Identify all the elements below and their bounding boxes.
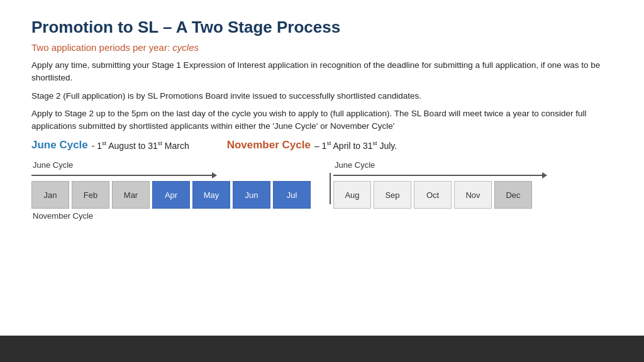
subtitle-text: Two application periods per year: (31, 42, 172, 53)
calendar-right: June Cycle Aug Sep Oct Nov Dec (333, 160, 547, 209)
cycles-row: June Cycle - 1st August to 31st March No… (31, 139, 613, 151)
nov-cycle-label: November Cycle (33, 211, 93, 221)
right-arrow-head (542, 172, 547, 178)
calendar-left-label: June Cycle (33, 160, 73, 170)
months-right-row: Aug Sep Oct Nov Dec (333, 181, 532, 209)
month-sep: Sep (374, 181, 411, 209)
november-cycle-label: November Cycle (227, 139, 311, 151)
month-jun: Jun (233, 181, 270, 209)
right-arrow (333, 172, 547, 178)
month-oct: Oct (414, 181, 452, 209)
calendar-section: June Cycle Jan Feb Mar Apr May Jun Jul N… (31, 160, 613, 221)
month-may: May (192, 181, 230, 209)
month-apr: Apr (152, 181, 190, 209)
june-cycle-label: June Cycle (31, 139, 88, 151)
vert-line (330, 173, 331, 204)
right-arrow-line (333, 175, 542, 176)
footer-bar (0, 336, 644, 362)
calendar-right-label: June Cycle (335, 160, 375, 170)
calendar-left: June Cycle Jan Feb Mar Apr May Jun Jul N… (31, 160, 311, 221)
month-jul: Jul (273, 181, 311, 209)
paragraph-2: Stage 2 (Full application) is by SL Prom… (31, 90, 613, 102)
content-area: Promotion to SL – A Two Stage Process Tw… (0, 0, 644, 336)
months-left-row: Jan Feb Mar Apr May Jun Jul (31, 181, 311, 209)
paragraph-1: Apply any time, submitting your Stage 1 … (31, 59, 613, 85)
month-feb: Feb (72, 181, 109, 209)
june-cycle-dates: - 1st August to 31st March (92, 140, 189, 151)
vertical-divider (330, 160, 331, 204)
subtitle: Two application periods per year: cycles (31, 42, 613, 53)
left-arrow (31, 172, 217, 178)
month-nov: Nov (454, 181, 492, 209)
month-aug: Aug (333, 181, 371, 209)
left-arrow-head (212, 172, 217, 178)
month-jan: Jan (31, 181, 69, 209)
page-title: Promotion to SL – A Two Stage Process (31, 18, 613, 37)
left-arrow-line (31, 175, 212, 176)
month-mar: Mar (112, 181, 150, 209)
paragraph-3: Apply to Stage 2 up to the 5pm on the la… (31, 107, 613, 133)
month-dec: Dec (494, 181, 532, 209)
subtitle-italic: cycles (172, 42, 199, 53)
november-cycle-dates: – 1st April to 31st July. (314, 140, 397, 151)
